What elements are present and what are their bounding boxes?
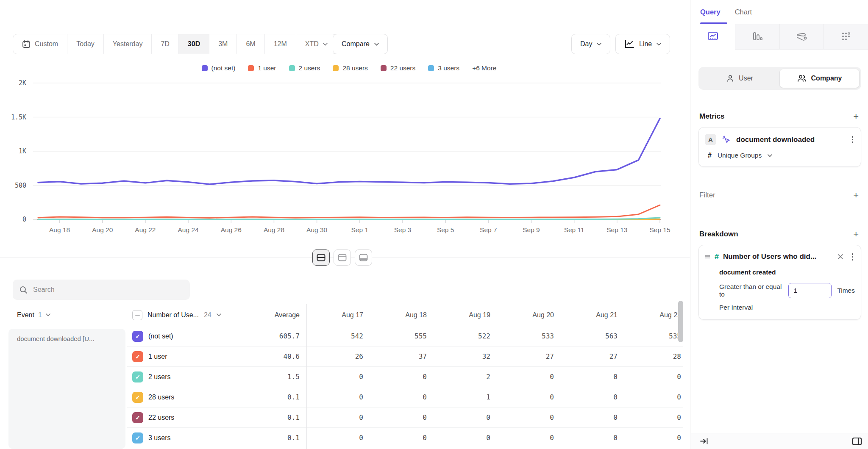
date-column-header[interactable]: Aug 19 bbox=[427, 311, 490, 319]
svg-text:500: 500 bbox=[15, 182, 26, 189]
toggle-sidebar-icon[interactable] bbox=[852, 437, 862, 446]
times-input[interactable] bbox=[788, 283, 832, 298]
legend-item[interactable]: 3 users bbox=[428, 64, 459, 72]
date-range-group: CustomTodayYesterday7D30D3M6M12MXTD bbox=[13, 34, 337, 54]
date-range-7d[interactable]: 7D bbox=[152, 34, 178, 54]
svg-text:Sep 13: Sep 13 bbox=[606, 226, 627, 233]
date-range-12m[interactable]: 12M bbox=[265, 34, 296, 54]
add-breakdown-button[interactable]: + bbox=[853, 230, 859, 239]
cell-value: 37 bbox=[363, 352, 427, 360]
legend-item[interactable]: 22 users bbox=[381, 64, 415, 72]
date-column-header[interactable]: Aug 21 bbox=[554, 311, 618, 319]
date-column-header[interactable]: Aug 22 bbox=[618, 311, 681, 319]
search-input[interactable] bbox=[33, 286, 183, 294]
date-range-label: 6M bbox=[246, 40, 255, 48]
metrics-header-label: Metrics bbox=[699, 112, 725, 121]
metric-aggregation[interactable]: # Unique Groups bbox=[705, 152, 855, 159]
series-checkbox[interactable]: ✓ bbox=[132, 331, 143, 342]
breakdown-menu-button[interactable] bbox=[850, 252, 855, 262]
add-metric-button[interactable]: + bbox=[853, 112, 859, 121]
grid-chart-tab[interactable] bbox=[823, 24, 868, 50]
scope-company-option[interactable]: Company bbox=[779, 69, 860, 88]
legend-item[interactable]: 2 users bbox=[289, 64, 320, 72]
svg-text:2K: 2K bbox=[19, 79, 26, 87]
table-row: ✓28 users0.1001000 bbox=[127, 387, 683, 407]
date-column-header[interactable]: Aug 20 bbox=[490, 311, 554, 319]
flow-chart-tab[interactable] bbox=[779, 24, 824, 50]
svg-text:Aug 24: Aug 24 bbox=[178, 226, 199, 233]
series-checkbox[interactable]: ✓ bbox=[132, 371, 143, 382]
flow-chart-tab-icon bbox=[796, 32, 807, 42]
tab-chart[interactable]: Chart bbox=[735, 8, 752, 16]
compare-button[interactable]: Compare bbox=[333, 34, 388, 54]
tab-query[interactable]: Query bbox=[700, 8, 721, 16]
series-checkbox[interactable]: ✓ bbox=[132, 351, 143, 362]
close-icon[interactable] bbox=[837, 254, 843, 260]
chevron-down-icon bbox=[768, 154, 772, 157]
event-cell[interactable]: document downloaded [U... bbox=[8, 329, 125, 449]
event-count: 1 bbox=[38, 311, 42, 319]
drag-handle-icon[interactable] bbox=[705, 255, 710, 259]
series-checkbox[interactable]: ✓ bbox=[132, 432, 143, 443]
table-row: ✓3 users0.1000000 bbox=[127, 428, 683, 448]
legend-label: (not set) bbox=[211, 64, 236, 72]
date-range-label: 3M bbox=[218, 40, 228, 48]
legend-more[interactable]: +6 More bbox=[472, 64, 496, 72]
svg-text:Aug 26: Aug 26 bbox=[221, 226, 242, 233]
date-column-header[interactable]: Aug 18 bbox=[363, 311, 427, 319]
line-chart[interactable]: 05001K1.5K2KAug 18Aug 20Aug 22Aug 24Aug … bbox=[0, 76, 687, 241]
event-column-header[interactable]: Event 1 bbox=[0, 311, 127, 319]
legend-item[interactable]: 1 user bbox=[248, 64, 276, 72]
metric-card[interactable]: A document downloaded # Unique Groups bbox=[698, 127, 861, 167]
line-chart-tab[interactable] bbox=[691, 24, 735, 50]
chart-type-button[interactable]: Line bbox=[615, 34, 670, 54]
average-value: 0.1 bbox=[242, 434, 300, 442]
svg-text:Sep 3: Sep 3 bbox=[394, 226, 412, 233]
date-column-header[interactable]: Aug 17 bbox=[300, 311, 363, 319]
breakdown-card[interactable]: # Number of Users who did... document cr… bbox=[698, 245, 861, 320]
chart-canvas: 05001K1.5K2KAug 18Aug 20Aug 22Aug 24Aug … bbox=[0, 76, 687, 241]
series-label-cell: ✓1 user bbox=[127, 351, 242, 362]
date-range-30d[interactable]: 30D bbox=[179, 34, 209, 54]
cell-value: 26 bbox=[300, 352, 363, 360]
date-range-xtd[interactable]: XTD bbox=[296, 34, 337, 54]
legend-item[interactable]: 28 users bbox=[333, 64, 367, 72]
chevron-down-icon bbox=[374, 43, 379, 46]
select-all-checkbox[interactable] bbox=[132, 310, 142, 320]
date-range-custom[interactable]: Custom bbox=[13, 34, 67, 54]
metric-menu-button[interactable] bbox=[850, 134, 855, 145]
date-range-today[interactable]: Today bbox=[67, 34, 104, 54]
chart-only-button[interactable] bbox=[334, 249, 351, 266]
interval-button[interactable]: Day bbox=[571, 34, 610, 54]
table-scrollbar[interactable] bbox=[678, 301, 683, 342]
legend-label: 1 user bbox=[258, 64, 276, 72]
chevron-down-icon bbox=[657, 43, 661, 46]
scope-user-option[interactable]: User bbox=[700, 69, 779, 88]
breakdown-title: Number of Users who did... bbox=[723, 252, 833, 261]
add-filter-button[interactable]: + bbox=[853, 191, 859, 200]
cell-value: 27 bbox=[490, 352, 554, 360]
svg-text:1.5K: 1.5K bbox=[11, 114, 26, 121]
legend-item[interactable]: (not set) bbox=[202, 64, 236, 72]
chart-type-label: Line bbox=[639, 40, 652, 48]
series-column-header[interactable]: Number of Use... 24 bbox=[127, 310, 242, 320]
metric-badge: A bbox=[705, 134, 716, 145]
legend-label: 2 users bbox=[299, 64, 320, 72]
split-view-button[interactable] bbox=[312, 249, 330, 266]
date-range-yesterday[interactable]: Yesterday bbox=[104, 34, 152, 54]
date-range-label: 30D bbox=[188, 40, 200, 48]
legend-label: 28 users bbox=[342, 64, 367, 72]
cell-value: 535 bbox=[618, 332, 681, 340]
series-checkbox[interactable]: ✓ bbox=[132, 412, 143, 423]
date-range-6m[interactable]: 6M bbox=[237, 34, 264, 54]
breakdown-section-header: Breakdown + bbox=[699, 230, 859, 239]
bar-chart-tab[interactable] bbox=[735, 24, 779, 50]
date-range-3m[interactable]: 3M bbox=[209, 34, 237, 54]
table-row: ✓22 users0.1000000 bbox=[127, 407, 683, 428]
table-only-button[interactable] bbox=[355, 249, 372, 266]
metric-name: document downloaded bbox=[736, 136, 845, 144]
table-body: document downloaded [U... ✓(not set)605.… bbox=[0, 326, 683, 449]
series-checkbox[interactable]: ✓ bbox=[132, 392, 143, 403]
collapse-panel-icon[interactable] bbox=[700, 438, 708, 445]
cell-value: 0 bbox=[554, 413, 618, 421]
